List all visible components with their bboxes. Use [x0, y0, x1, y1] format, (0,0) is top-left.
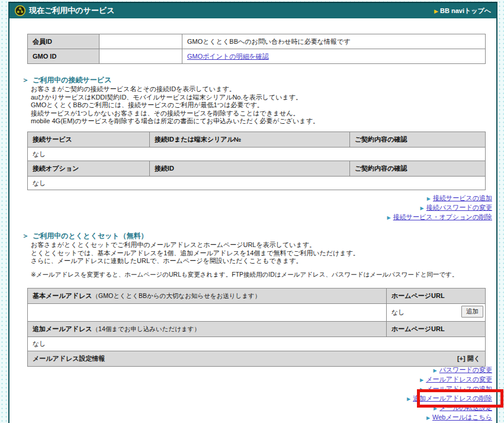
table-row: なし [28, 148, 486, 161]
bbnavi-top-link[interactable]: ▶BB naviトップへ [434, 7, 491, 15]
connection-links: ▶接続サービスの追加 ▶接続パスワードの変更 ▶接続サービス・オプションの削除 [387, 194, 492, 222]
basic-mail-value [28, 304, 387, 322]
additional-mail-header: 追加メールアドレス [33, 325, 92, 332]
mail-address-table: 基本メールアドレス（GMOとくとくBBからの大切なお知らせをお送りします） ホー… [27, 288, 486, 367]
heading-marker: ＞ [22, 232, 29, 240]
table-row: 接続サービス 接続IDまたは端末シリアル№ ご契約内容の確認 [28, 132, 486, 148]
additional-mail-header-note: （14個までお申し込みいただけます） [92, 325, 200, 332]
arrow-icon: ▶ [420, 377, 423, 383]
col-header-option: 接続オプション [28, 161, 150, 177]
description-line: お客さまがご契約の接続サービス名とその接続IDを表示しています。 [31, 85, 319, 94]
service-crest-icon [15, 5, 25, 16]
page-title: 現在ご利用中のサービス [29, 5, 115, 16]
webmail-link[interactable]: Webメールはこちら [432, 414, 492, 421]
account-id-table: 会員ID GMOとくとくBBへのお問い合わせ時に必要な情報です GMO ID G… [27, 34, 486, 64]
arrow-icon: ▶ [434, 8, 438, 14]
col-header-option-id: 接続ID [150, 161, 350, 177]
homepage-url-value: なし [391, 309, 405, 316]
heading-text: ご利用中のとくとくセット（無料） [33, 232, 148, 240]
connection-section-heading: ＞ご利用中の接続サービス [22, 75, 111, 85]
arrow-icon: ▶ [420, 206, 424, 211]
option-none-value: なし [28, 177, 486, 190]
additional-mail-value: なし [28, 337, 486, 351]
bbnavi-top-label: BB naviトップへ [440, 7, 491, 14]
arrow-icon: ▶ [434, 368, 437, 373]
mail-change-note: ※メールアドレスを変更すると、ホームページのURLも変更されます。FTP接続用の… [31, 271, 458, 279]
arrow-icon: ▶ [387, 215, 391, 220]
col-header-option-contract: ご契約内容の確認 [350, 161, 486, 177]
description-line: auひかりサービスはKDDI契約ID、モバイルサービスは端末シリアルNo.を表示… [31, 94, 319, 102]
col-header-contract: ご契約内容の確認 [350, 132, 486, 148]
mail-settings-bar[interactable]: メールアドレス設定情報[+] 開く [28, 351, 486, 367]
homepage-url-header: ホームページURL [387, 289, 486, 304]
basic-mail-header: 基本メールアドレス [33, 292, 92, 299]
change-mail-address-link[interactable]: メールアドレスの変更 [426, 376, 492, 383]
mail-forwarding-settings-link[interactable]: メールの転送設定 [439, 404, 492, 411]
arrow-icon: ▶ [420, 387, 423, 392]
description-line: 接続サービスが1つしかないお客さまは、その接続サービスを削除することはできません… [31, 110, 319, 118]
col-header-service: 接続サービス [28, 132, 150, 148]
delete-additional-mail-link[interactable]: 追加メールアドレスの削除 [413, 395, 492, 402]
table-row: 基本メールアドレス（GMOとくとくBBからの大切なお知らせをお送りします） ホー… [28, 289, 486, 304]
add-mail-address-link[interactable]: メールアドレスの追加 [426, 385, 492, 392]
table-row: 追加メールアドレス（14個までお申し込みいただけます） ホームページURL [28, 322, 486, 337]
expand-toggle[interactable]: [+] 開く [457, 354, 480, 363]
description-line: お客さまがとくとくセットでご利用中のメールアドレスとホームページURLを表示して… [31, 241, 359, 249]
connection-section-description: お客さまがご契約の接続サービス名とその接続IDを表示しています。 auひかりサー… [31, 85, 319, 126]
table-row: 接続オプション 接続ID ご契約内容の確認 [28, 161, 486, 177]
basic-mail-header-note: （GMOとくとくBBからの大切なお知らせをお送りします） [92, 292, 261, 299]
table-row: 会員ID GMOとくとくBBへのお問い合わせ時に必要な情報です [28, 34, 486, 49]
content-area: 現在ご利用中のサービス ▶BB naviトップへ 会員ID GMOとくとくBBへ… [8, 2, 497, 423]
member-id-label: 会員ID [28, 34, 99, 49]
heading-text: ご利用中の接続サービス [33, 76, 111, 84]
add-homepage-button[interactable]: 追加 [461, 306, 483, 318]
table-row: なし [28, 337, 486, 351]
arrow-icon: ▶ [434, 406, 437, 411]
table-row: GMO ID GMOポイントの明細を確認 [28, 49, 486, 64]
gmo-point-detail-link[interactable]: GMOポイントの明細を確認 [187, 53, 269, 60]
description-line: とくとくセットでは、基本メールアドレスを1個、追加メールアドレスを14個まで無料… [31, 249, 359, 258]
tokutoku-section-heading: ＞ご利用中のとくとくセット（無料） [22, 231, 148, 241]
description-line: GMOとくとくBBのご利用には、接続サービスのご利用が最低1つは必要です。 [31, 101, 319, 110]
table-row: なし追加 [28, 304, 486, 322]
description-line: mobile 4G(EM)のサービスを削除する場合は所定の書面にてお申込みいただ… [31, 117, 319, 126]
change-connection-password-link[interactable]: 接続パスワードの変更 [426, 204, 492, 211]
col-header-connection-id: 接続IDまたは端末シリアル№ [150, 132, 350, 148]
description-line: さらに、メールアドレスに連動したURLで、ホームページを開設いただくこともできま… [31, 257, 359, 265]
add-connection-service-link[interactable]: 接続サービスの追加 [433, 194, 492, 201]
member-id-value [99, 34, 182, 49]
arrow-icon: ▶ [407, 396, 410, 402]
member-id-note: GMOとくとくBBへのお問い合わせ時に必要な情報です [182, 34, 486, 49]
homepage-url-header: ホームページURL [387, 322, 486, 337]
page-header: 現在ご利用中のサービス ▶BB naviトップへ [9, 3, 496, 18]
delete-connection-service-link[interactable]: 接続サービス・オプションの削除 [393, 213, 492, 220]
heading-marker: ＞ [22, 76, 29, 84]
mail-settings-label: メールアドレス設定情報 [33, 355, 105, 362]
gmo-id-value [99, 49, 182, 64]
table-row: メールアドレス設定情報[+] 開く [28, 351, 486, 367]
table-row: なし [28, 177, 486, 190]
tokutoku-section-description: お客さまがとくとくセットでご利用中のメールアドレスとホームページURLを表示して… [31, 241, 359, 265]
connection-service-table: 接続サービス 接続IDまたは端末シリアル№ ご契約内容の確認 なし 接続オプショ… [27, 132, 486, 190]
change-password-link[interactable]: パスワードの変更 [439, 366, 492, 373]
gmo-id-label: GMO ID [28, 49, 99, 64]
service-none-value: なし [28, 148, 486, 161]
arrow-icon: ▶ [427, 196, 431, 201]
mail-links: ▶パスワードの変更 ▶メールアドレスの変更 ▶メールアドレスの追加 ▶追加メール… [407, 366, 492, 422]
arrow-icon: ▶ [426, 415, 430, 421]
